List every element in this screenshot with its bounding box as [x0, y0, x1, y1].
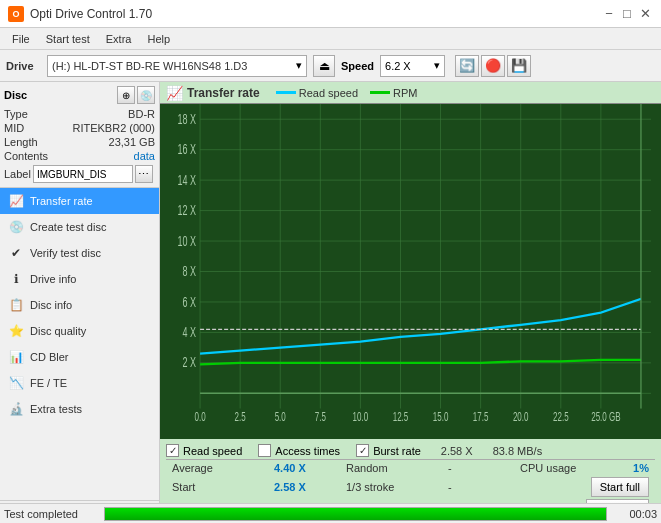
- nav-item-fe-te[interactable]: 📉 FE / TE: [0, 370, 159, 396]
- disc-panel: Disc ⊕ 💿 Type BD-R MID RITEKBR2 (000) Le…: [0, 82, 159, 188]
- legend-read-speed-color: [276, 91, 296, 94]
- burst-rate-checkbox-label: Burst rate: [373, 445, 421, 457]
- average-value: 4.40 X: [274, 462, 344, 474]
- chevron-down-icon2: ▾: [434, 59, 440, 72]
- stats-row-start: Start 2.58 X 1/3 stroke - Start full: [166, 476, 655, 498]
- svg-text:17.5: 17.5: [473, 410, 489, 423]
- legend-rpm: RPM: [370, 87, 417, 99]
- nav-label-cd-bler: CD Bler: [30, 351, 69, 363]
- nav-item-drive-info[interactable]: ℹ Drive info: [0, 266, 159, 292]
- status-text: Test completed: [4, 508, 94, 520]
- type-label: Type: [4, 108, 28, 120]
- legend-read-speed: Read speed: [276, 87, 358, 99]
- disc-length-row: Length 23,31 GB: [4, 135, 155, 149]
- svg-text:22.5: 22.5: [553, 410, 569, 423]
- label-browse-button[interactable]: ⋯: [135, 165, 153, 183]
- svg-text:2 X: 2 X: [183, 354, 197, 369]
- disc-contents-row: Contents data: [4, 149, 155, 163]
- main-area: Disc ⊕ 💿 Type BD-R MID RITEKBR2 (000) Le…: [0, 82, 661, 523]
- refresh-button[interactable]: 🔄: [455, 55, 479, 77]
- svg-text:14 X: 14 X: [178, 172, 197, 187]
- nav-label-transfer-rate: Transfer rate: [30, 195, 93, 207]
- nav-label-create-test-disc: Create test disc: [30, 221, 106, 233]
- save-button[interactable]: 💾: [507, 55, 531, 77]
- svg-text:7.5: 7.5: [315, 410, 326, 423]
- contents-label: Contents: [4, 150, 48, 162]
- stats-row-average: Average 4.40 X Random - CPU usage 1%: [166, 460, 655, 476]
- speed-label: Speed: [341, 60, 374, 72]
- drive-info-icon: ℹ: [8, 271, 24, 287]
- chart-title: Transfer rate: [187, 86, 260, 100]
- legend-rpm-label: RPM: [393, 87, 417, 99]
- access-times-checkbox[interactable]: Access times: [258, 444, 340, 457]
- nav-item-cd-bler[interactable]: 📊 CD Bler: [0, 344, 159, 370]
- chart-area: 18 X 16 X 14 X 12 X 10 X 8 X 6 X 4 X 2 X…: [160, 104, 661, 439]
- nav-item-transfer-rate[interactable]: 📈 Transfer rate: [0, 188, 159, 214]
- extra-tests-icon: 🔬: [8, 401, 24, 417]
- menu-help[interactable]: Help: [139, 31, 178, 47]
- window-controls: − □ ✕: [601, 6, 653, 22]
- start-value: 2.58 X: [274, 481, 344, 493]
- fe-te-icon: 📉: [8, 375, 24, 391]
- sidebar: Disc ⊕ 💿 Type BD-R MID RITEKBR2 (000) Le…: [0, 82, 160, 523]
- bottom-bar: Test completed 00:03: [0, 503, 661, 523]
- nav-label-disc-info: Disc info: [30, 299, 72, 311]
- read-speed-checkbox-box[interactable]: [166, 444, 179, 457]
- app-title: Opti Drive Control 1.70: [30, 7, 152, 21]
- legend-read-speed-label: Read speed: [299, 87, 358, 99]
- titlebar-left: O Opti Drive Control 1.70: [8, 6, 152, 22]
- close-button[interactable]: ✕: [637, 6, 653, 22]
- nav-item-extra-tests[interactable]: 🔬 Extra tests: [0, 396, 159, 422]
- svg-text:0.0: 0.0: [195, 410, 206, 423]
- label-key: Label: [4, 168, 31, 180]
- minimize-button[interactable]: −: [601, 6, 617, 22]
- length-label: Length: [4, 136, 38, 148]
- cpu-label: CPU usage: [520, 462, 631, 474]
- chart-title-icon: 📈: [166, 85, 183, 101]
- svg-text:5.0: 5.0: [275, 410, 286, 423]
- label-input[interactable]: [33, 165, 133, 183]
- start-label: Start: [172, 481, 272, 493]
- burst-rate-value2: 83.8 MB/s: [493, 445, 543, 457]
- nav-item-verify-test-disc[interactable]: ✔ Verify test disc: [0, 240, 159, 266]
- svg-text:10 X: 10 X: [178, 233, 197, 248]
- nav-item-create-test-disc[interactable]: 💿 Create test disc: [0, 214, 159, 240]
- disc-eject-icon[interactable]: 💿: [137, 86, 155, 104]
- burst-rate-checkbox-box[interactable]: [356, 444, 369, 457]
- nav-label-extra-tests: Extra tests: [30, 403, 82, 415]
- disc-type-row: Type BD-R: [4, 107, 155, 121]
- random-value: -: [448, 462, 518, 474]
- average-label: Average: [172, 462, 272, 474]
- app-icon: O: [8, 6, 24, 22]
- chart-title-area: 📈 Transfer rate: [166, 85, 260, 101]
- eject-button[interactable]: ⏏: [313, 55, 335, 77]
- menu-extra[interactable]: Extra: [98, 31, 140, 47]
- start-full-button[interactable]: Start full: [591, 477, 649, 497]
- nav-label-fe-te: FE / TE: [30, 377, 67, 389]
- menu-file[interactable]: File: [4, 31, 38, 47]
- menu-start-test[interactable]: Start test: [38, 31, 98, 47]
- svg-text:10.0: 10.0: [353, 410, 369, 423]
- progress-bar: [104, 507, 607, 521]
- nav-item-disc-quality[interactable]: ⭐ Disc quality: [0, 318, 159, 344]
- burst-rate-checkbox[interactable]: Burst rate: [356, 444, 421, 457]
- nav-item-disc-info[interactable]: 📋 Disc info: [0, 292, 159, 318]
- maximize-button[interactable]: □: [619, 6, 635, 22]
- svg-text:6 X: 6 X: [183, 294, 197, 309]
- speed-selector[interactable]: 6.2 X ▾: [380, 55, 445, 77]
- read-speed-checkbox[interactable]: Read speed: [166, 444, 242, 457]
- label-field: Label ⋯: [4, 165, 155, 183]
- access-times-checkbox-box[interactable]: [258, 444, 271, 457]
- disc-add-icon[interactable]: ⊕: [117, 86, 135, 104]
- nav-label-verify-test-disc: Verify test disc: [30, 247, 101, 259]
- contents-value: data: [134, 150, 155, 162]
- svg-text:2.5: 2.5: [235, 410, 246, 423]
- legend-rpm-color: [370, 91, 390, 94]
- disc-title: Disc: [4, 89, 27, 101]
- mid-label: MID: [4, 122, 24, 134]
- drive-selector[interactable]: (H:) HL-DT-ST BD-RE WH16NS48 1.D3 ▾: [47, 55, 307, 77]
- stop-button[interactable]: 🔴: [481, 55, 505, 77]
- disc-info-icon: 📋: [8, 297, 24, 313]
- svg-text:16 X: 16 X: [178, 141, 197, 156]
- content-area: 📈 Transfer rate Read speed RPM: [160, 82, 661, 523]
